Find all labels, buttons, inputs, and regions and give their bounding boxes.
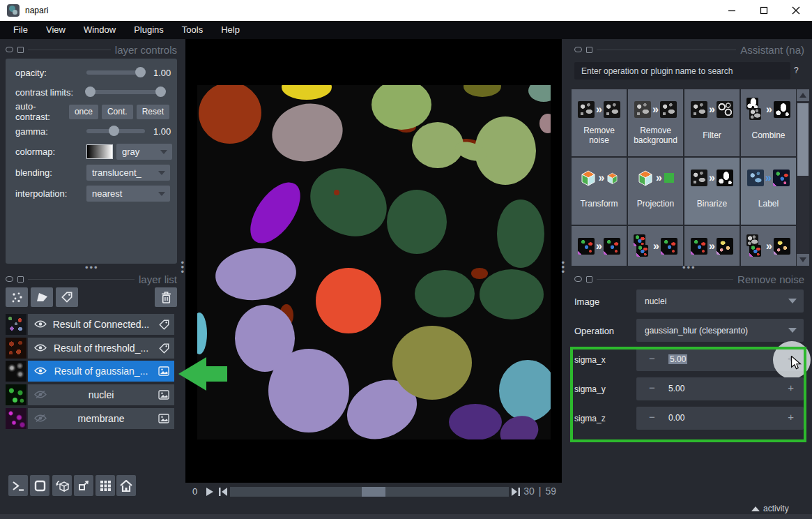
home-reset-view-button[interactable] — [116, 475, 136, 496]
menu-window[interactable]: Window — [75, 21, 125, 39]
activity-toggle[interactable]: activity — [751, 504, 789, 513]
gamma-slider[interactable] — [86, 129, 145, 133]
layer-row-connected[interactable]: Result of Connected... — [6, 314, 174, 335]
roll-cube-icon — [55, 479, 70, 492]
noisy-image-icon — [578, 101, 595, 118]
layer-name: Result of gaussian_... — [54, 366, 148, 377]
operation-combine[interactable]: » Combine — [741, 89, 796, 156]
eye-visible-icon[interactable] — [34, 343, 47, 352]
operation-cell-extra-2[interactable]: » — [628, 226, 683, 266]
auto-contrast-continuous-button[interactable]: Cont. — [102, 105, 133, 119]
shapes-icon — [36, 292, 48, 303]
small-cube-icon — [606, 172, 619, 185]
dock-splitter-handle[interactable]: ••• — [85, 266, 99, 270]
binary-image-icon — [717, 170, 733, 186]
layer-row-membrane[interactable]: membrane — [6, 408, 174, 429]
hide-panel-icon[interactable] — [574, 47, 582, 52]
frame-slider-thumb[interactable] — [362, 487, 385, 497]
operation-binarize[interactable]: » Binarize — [684, 158, 740, 225]
operation-projection[interactable]: » Projection — [628, 158, 683, 225]
chevron-icon: » — [596, 241, 602, 252]
operation-cell-extra-1[interactable]: » — [572, 226, 627, 266]
layer-name: nuclei — [89, 389, 114, 400]
menu-plugins[interactable]: Plugins — [125, 21, 173, 39]
play-icon — [206, 488, 213, 496]
contrast-limits-slider[interactable] — [86, 90, 164, 94]
grid-view-button[interactable] — [95, 475, 115, 496]
operation-remove-background[interactable]: » Remove background — [628, 89, 683, 156]
ndisplay-toggle-button[interactable] — [30, 475, 49, 496]
float-panel-icon[interactable] — [17, 47, 24, 53]
opacity-slider[interactable] — [86, 70, 145, 75]
help-button[interactable]: ? — [794, 66, 799, 75]
eye-hidden-icon[interactable] — [34, 414, 47, 423]
auto-contrast-label: auto-contrast: — [15, 101, 69, 122]
image-dropdown[interactable]: nuclei — [636, 289, 804, 313]
operation-label[interactable]: » Label — [741, 158, 796, 225]
menu-file[interactable]: File — [4, 21, 37, 39]
home-icon — [120, 480, 132, 492]
transpose-dimensions-button[interactable] — [74, 475, 93, 496]
hide-panel-icon[interactable] — [6, 47, 13, 52]
operations-scrollbar[interactable] — [797, 89, 809, 266]
operation-remove-noise[interactable]: » Remove noise — [572, 89, 627, 156]
layer-list-header: layer list — [6, 273, 177, 285]
operation-dropdown[interactable]: gaussian_blur (clesperanto) — [636, 319, 804, 342]
float-panel-icon[interactable] — [586, 276, 592, 283]
layer-thumbnail — [6, 361, 26, 382]
operation-search-input[interactable] — [574, 62, 790, 80]
hide-panel-icon[interactable] — [574, 276, 582, 282]
canvas-splitter-handle[interactable]: ••• — [560, 261, 565, 275]
float-panel-icon[interactable] — [586, 47, 592, 53]
measured-labels-icon — [774, 238, 790, 255]
minimize-button[interactable] — [716, 0, 748, 21]
frame-slider-track[interactable] — [230, 487, 509, 497]
layer-row-nuclei[interactable]: nuclei — [6, 384, 174, 405]
menu-tools[interactable]: Tools — [173, 21, 212, 39]
new-points-layer-button[interactable] — [6, 287, 28, 307]
menu-view[interactable]: View — [37, 21, 75, 39]
console-button[interactable] — [8, 475, 28, 496]
roll-dimensions-button[interactable] — [52, 475, 72, 496]
blending-label: blending: — [15, 167, 84, 178]
colormap-label: colormap: — [15, 146, 84, 157]
operation-cell-extra-3[interactable]: » — [684, 226, 740, 266]
chevron-down-icon — [160, 150, 167, 154]
eye-hidden-icon[interactable] — [34, 390, 47, 399]
maximize-button[interactable] — [748, 0, 780, 21]
colormap-dropdown[interactable]: gray — [116, 144, 172, 160]
delete-layer-button[interactable] — [155, 287, 177, 307]
image-layer-icon — [158, 414, 169, 423]
first-frame-button[interactable] — [217, 486, 229, 497]
layer-row-threshold[interactable]: Result of threshold_... — [6, 338, 174, 359]
dock-splitter-handle[interactable]: ••• — [682, 266, 696, 270]
blending-dropdown[interactable]: translucent_ — [86, 165, 170, 181]
last-frame-button[interactable] — [510, 486, 521, 497]
scroll-up-button[interactable] — [797, 89, 809, 101]
close-button[interactable] — [780, 0, 812, 21]
total-frames: 59 — [545, 486, 556, 497]
play-button[interactable] — [204, 486, 215, 497]
image-icon — [691, 170, 707, 186]
canvas-splitter-handle[interactable]: ••• — [180, 261, 185, 275]
auto-contrast-reset-button[interactable]: Reset — [137, 105, 169, 119]
layer-row-gaussian-selected[interactable]: Result of gaussian_... — [6, 361, 174, 382]
operation-transform[interactable]: » Transform — [572, 158, 627, 225]
hide-panel-icon[interactable] — [6, 276, 13, 282]
viewer-canvas[interactable] — [185, 39, 562, 483]
new-labels-layer-button[interactable] — [56, 287, 78, 307]
eye-visible-icon[interactable] — [34, 366, 47, 375]
float-panel-icon[interactable] — [17, 276, 24, 283]
interpolation-dropdown[interactable]: nearest — [86, 186, 170, 202]
scroll-down-button[interactable] — [797, 254, 809, 266]
window-title: napari — [25, 6, 48, 15]
operation-filter[interactable]: » Filter — [684, 89, 740, 156]
menu-help[interactable]: Help — [212, 21, 249, 39]
layer-thumbnail — [6, 384, 26, 405]
eye-visible-icon[interactable] — [34, 319, 47, 329]
operation-cell-extra-4[interactable]: » — [741, 226, 796, 266]
scrollbar-thumb[interactable] — [797, 103, 809, 176]
new-shapes-layer-button[interactable] — [31, 287, 53, 307]
auto-contrast-once-button[interactable]: once — [69, 105, 98, 119]
labels-image-icon — [604, 238, 620, 255]
